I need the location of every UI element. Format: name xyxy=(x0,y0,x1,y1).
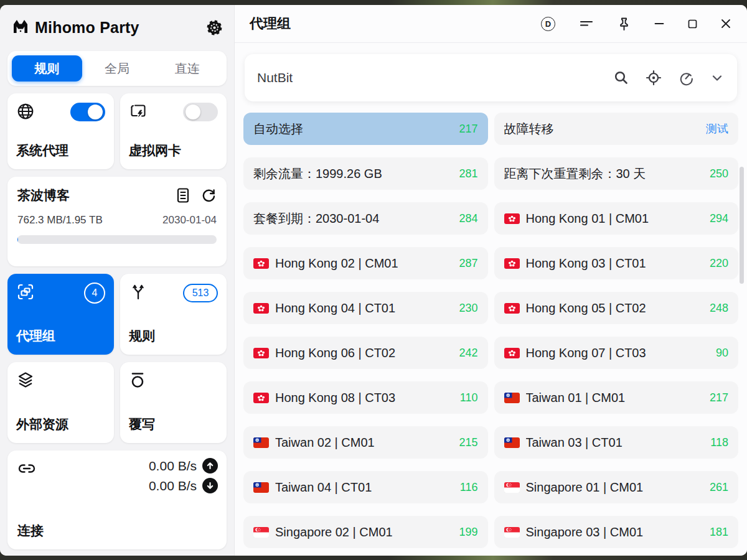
proxy-item[interactable]: Singapore 03 | CM01181 xyxy=(494,516,739,548)
tab-2[interactable]: 直连 xyxy=(152,55,222,82)
proxy-item[interactable]: 套餐到期：2030-01-04284 xyxy=(243,202,488,235)
sidebar-item-override[interactable]: 覆写 xyxy=(120,362,227,443)
proxy-item[interactable]: Hong Kong 02 | CM01287 xyxy=(243,247,488,279)
flag-sg-icon xyxy=(504,527,520,538)
speedtest-gauge-icon[interactable] xyxy=(678,70,693,86)
mode-indicator-icon[interactable]: D xyxy=(541,17,555,31)
system-proxy-toggle[interactable] xyxy=(70,103,105,121)
proxy-name: Hong Kong 04 | CT01 xyxy=(275,301,453,315)
group-selector[interactable]: NutBit xyxy=(245,54,737,101)
maximize-button[interactable] xyxy=(688,19,697,29)
latency-value: 284 xyxy=(459,212,477,225)
upload-arrow-icon xyxy=(202,458,218,474)
titlebar: 代理组 D xyxy=(235,5,747,43)
proxy-name: Hong Kong 02 | CM01 xyxy=(275,256,453,271)
proxy-item[interactable]: Taiwan 02 | CM01215 xyxy=(243,426,488,459)
flag-hk-icon xyxy=(253,348,269,358)
proxy-grid: 自动选择217故障转移测试剩余流量：1999.26 GB281距离下次重置剩余：… xyxy=(243,113,738,548)
app-window: Mihomo Party 规则全局直连 xyxy=(0,5,747,556)
proxy-item[interactable]: Hong Kong 08 | CT03110 xyxy=(243,381,488,414)
proxy-item[interactable]: Hong Kong 01 | CM01294 xyxy=(494,202,739,235)
proxy-item[interactable]: Hong Kong 03 | CT01220 xyxy=(494,247,739,279)
sidebar: Mihomo Party 规则全局直连 xyxy=(0,5,234,556)
proxy-item[interactable]: Hong Kong 06 | CT02242 xyxy=(243,337,488,369)
flag-hk-icon xyxy=(504,348,520,358)
proxy-name: 自动选择 xyxy=(253,121,453,138)
download-arrow-icon xyxy=(202,478,218,493)
tun-toggle[interactable] xyxy=(183,103,218,121)
profile-edit-document-icon[interactable] xyxy=(176,187,190,203)
proxy-item[interactable]: Hong Kong 04 | CT01230 xyxy=(243,292,488,324)
latency-value: 261 xyxy=(710,481,728,494)
tun-card[interactable]: 虚拟网卡 xyxy=(120,93,227,169)
profile-refresh-icon[interactable] xyxy=(200,187,217,203)
minimize-button[interactable] xyxy=(654,19,664,29)
proxy-item[interactable]: Singapore 02 | CM01199 xyxy=(243,516,488,548)
proxy-item[interactable]: 距离下次重置剩余：30 天250 xyxy=(494,157,739,190)
latency-value: 90 xyxy=(716,347,728,360)
flag-hk-icon xyxy=(504,258,520,269)
proxy-name: 距离下次重置剩余：30 天 xyxy=(504,166,703,182)
override-icon xyxy=(129,371,218,390)
proxy-name: 套餐到期：2030-01-04 xyxy=(253,210,453,227)
latency-value: 116 xyxy=(460,481,478,494)
proxy-item[interactable]: Singapore 01 | CM01261 xyxy=(494,471,739,503)
flag-tw-icon xyxy=(253,437,269,448)
layers-icon xyxy=(16,371,105,390)
proxy-name: 故障转移 xyxy=(504,121,700,138)
profile-card[interactable]: 茶波博客 xyxy=(7,177,227,266)
flag-hk-icon xyxy=(253,303,269,314)
sidebar-item-rules[interactable]: 513 规则 xyxy=(120,274,227,355)
proxy-item[interactable]: Hong Kong 07 | CT0390 xyxy=(494,337,739,369)
proxy-name: Hong Kong 01 | CM01 xyxy=(526,212,703,226)
pin-icon[interactable] xyxy=(618,17,631,31)
profile-expire-date: 2030-01-04 xyxy=(162,214,217,226)
system-proxy-card[interactable]: 系统代理 xyxy=(7,93,114,169)
chevron-down-icon[interactable] xyxy=(710,70,725,85)
latency-value: 217 xyxy=(459,123,477,136)
proxy-item[interactable]: Taiwan 03 | CT01118 xyxy=(494,426,739,459)
proxy-name: Hong Kong 05 | CT02 xyxy=(526,301,703,315)
proxy-item[interactable]: 剩余流量：1999.26 GB281 xyxy=(243,157,488,190)
connections-label: 连接 xyxy=(17,522,44,539)
search-icon[interactable] xyxy=(613,70,629,86)
proxy-groups-content: NutBit xyxy=(235,43,747,556)
upload-speed: 0.00 B/s xyxy=(149,459,197,474)
settings-gear-icon[interactable] xyxy=(206,19,223,36)
proxy-item[interactable]: Taiwan 04 | CT01116 xyxy=(243,471,488,503)
download-speed: 0.00 B/s xyxy=(149,478,197,493)
proxy-name: Singapore 02 | CM01 xyxy=(275,525,453,539)
proxy-name: 剩余流量：1999.26 GB xyxy=(253,166,453,182)
app-logo-cat-icon xyxy=(11,18,30,37)
proxy-name: Singapore 01 | CM01 xyxy=(526,480,703,495)
proxy-item[interactable]: Taiwan 01 | CM01217 xyxy=(494,381,739,414)
sort-lines-icon[interactable] xyxy=(579,17,594,30)
sidebar-header: Mihomo Party xyxy=(7,10,227,45)
main-panel: 代理组 D xyxy=(234,5,747,556)
close-button[interactable] xyxy=(721,19,731,29)
test-button[interactable]: 测试 xyxy=(706,121,728,136)
sidebar-item-resources[interactable]: 外部资源 xyxy=(7,362,114,443)
proxy-item[interactable]: Hong Kong 05 | CT02248 xyxy=(494,292,739,324)
tab-1[interactable]: 全局 xyxy=(82,55,153,82)
scrollbar-thumb[interactable] xyxy=(740,167,744,284)
flag-tw-icon xyxy=(253,482,269,493)
tab-0[interactable]: 规则 xyxy=(12,55,82,82)
group-name: NutBit xyxy=(257,70,293,85)
latency-value: 248 xyxy=(710,302,728,315)
latency-value: 281 xyxy=(459,167,477,180)
proxy-item[interactable]: 自动选择217 xyxy=(243,113,488,145)
locate-icon[interactable] xyxy=(646,70,662,86)
proxy-groups-count-badge: 4 xyxy=(84,282,105,304)
sidebar-item-proxy-groups[interactable]: 4 代理组 xyxy=(7,274,114,355)
sidebar-item-connections[interactable]: 0.00 B/s 0.00 B/s 连接 xyxy=(7,450,227,549)
proxy-name: Hong Kong 07 | CT03 xyxy=(526,346,710,360)
proxy-item[interactable]: 故障转移测试 xyxy=(494,113,739,145)
proxy-name: Taiwan 01 | CM01 xyxy=(526,391,703,405)
flag-tw-icon xyxy=(504,437,520,448)
flag-hk-icon xyxy=(504,213,520,224)
latency-value: 215 xyxy=(459,436,477,449)
flag-sg-icon xyxy=(504,482,520,493)
proxy-name: Taiwan 02 | CM01 xyxy=(275,436,453,450)
override-label: 覆写 xyxy=(129,416,218,433)
